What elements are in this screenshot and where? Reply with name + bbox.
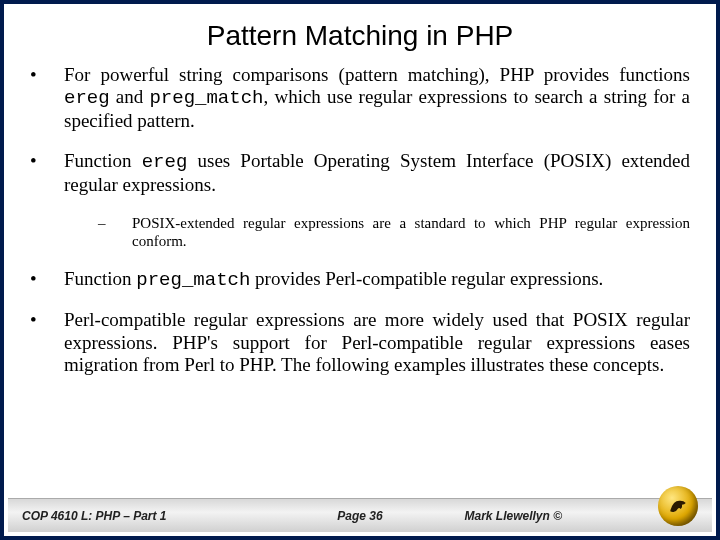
text-fragment: provides Perl-compatible regular express… xyxy=(250,268,603,289)
slide: Pattern Matching in PHP • For powerful s… xyxy=(0,0,720,540)
bullet-item: • Function preg_match provides Perl-comp… xyxy=(30,268,690,291)
footer-left: COP 4610 L: PHP – Part 1 xyxy=(8,509,276,523)
text-fragment: Function xyxy=(64,268,136,289)
bullet-marker: • xyxy=(30,150,64,196)
bullet-item: • Function ereg uses Portable Operating … xyxy=(30,150,690,196)
text-fragment: and xyxy=(110,86,150,107)
bullet-marker: • xyxy=(30,309,64,376)
bullet-marker: • xyxy=(30,64,64,132)
sub-bullet-item: – POSIX-extended regular expressions are… xyxy=(98,214,690,250)
text-fragment: For powerful string comparisons (pattern… xyxy=(64,64,690,85)
code-fragment: ereg xyxy=(64,87,110,109)
code-fragment: preg_match xyxy=(136,269,250,291)
sub-bullet-text: POSIX-extended regular expressions are a… xyxy=(132,214,690,250)
bullet-text: For powerful string comparisons (pattern… xyxy=(64,64,690,132)
bullet-marker: • xyxy=(30,268,64,291)
slide-content: • For powerful string comparisons (patte… xyxy=(4,64,716,536)
bullet-text: Function preg_match provides Perl-compat… xyxy=(64,268,690,291)
footer-center: Page 36 xyxy=(276,509,445,523)
ucf-logo-icon xyxy=(658,486,698,526)
pegasus-icon xyxy=(665,493,691,519)
code-fragment: preg_match xyxy=(149,87,263,109)
sub-bullet-marker: – xyxy=(98,214,132,250)
bullet-item: • For powerful string comparisons (patte… xyxy=(30,64,690,132)
footer: COP 4610 L: PHP – Part 1 Page 36 Mark Ll… xyxy=(8,498,712,532)
bullet-text: Perl-compatible regular expressions are … xyxy=(64,309,690,376)
code-fragment: ereg xyxy=(142,151,188,173)
slide-title: Pattern Matching in PHP xyxy=(4,20,716,52)
bullet-text: Function ereg uses Portable Operating Sy… xyxy=(64,150,690,196)
text-fragment: Function xyxy=(64,150,142,171)
bullet-item: • Perl-compatible regular expressions ar… xyxy=(30,309,690,376)
